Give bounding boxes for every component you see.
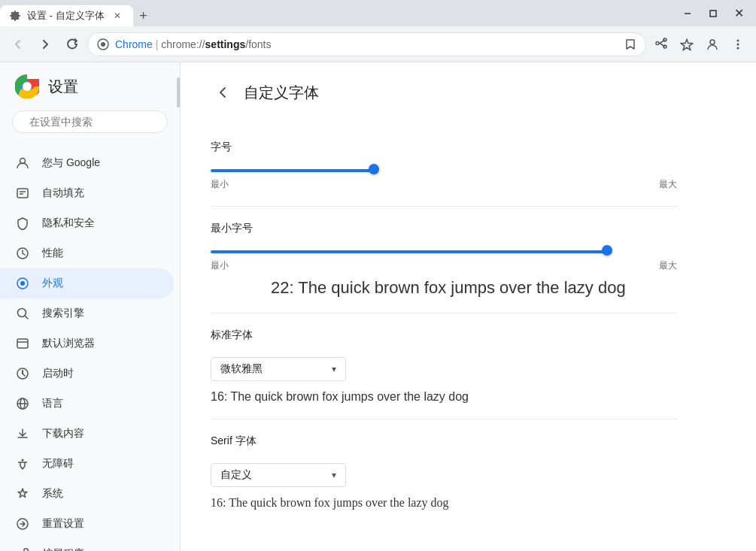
nav-label-privacy: 隐私和安全 [42, 216, 95, 230]
min-slider-thumb[interactable] [602, 245, 612, 256]
window-controls: ✕ [670, 0, 756, 26]
serif-select-arrow-icon: ▾ [332, 470, 336, 480]
search-container [0, 111, 180, 142]
sidebar-header: 设置 [0, 62, 180, 111]
sidebar-item-downloads[interactable]: 下载内容 [0, 419, 174, 449]
new-tab-button[interactable]: + [133, 5, 154, 26]
bookmark-icon[interactable] [624, 38, 636, 50]
maximize-button[interactable] [702, 2, 724, 25]
sidebar-title: 设置 [48, 77, 78, 97]
chrome-logo-icon [15, 74, 39, 98]
sidebar-item-reset[interactable]: 重置设置 [0, 509, 174, 539]
chrome-brand: Chrome [115, 38, 153, 50]
standard-font-section: 标准字体 微软雅黑 ▾ 16: The quick brown fox jump… [211, 313, 677, 419]
svg-point-9 [737, 43, 739, 45]
profile-button[interactable] [700, 32, 724, 56]
sidebar-nav: 您与 Google 自动填充 隐私和安全 性能 [0, 142, 180, 551]
appearance-icon [15, 276, 30, 291]
sidebar-item-autofill[interactable]: 自动填充 [0, 178, 174, 208]
nav-label-appearance: 外观 [42, 277, 63, 290]
sidebar-item-performance[interactable]: 性能 [0, 238, 174, 268]
sidebar-item-system[interactable]: 系统 [0, 479, 174, 509]
scroll-thumb [177, 77, 180, 107]
slider-thumb[interactable] [369, 164, 379, 174]
svg-rect-17 [17, 189, 28, 198]
browser-toolbar: Chrome | chrome://settings/fonts [0, 26, 756, 62]
reload-button[interactable] [60, 32, 84, 56]
tab-favicon [9, 10, 21, 22]
nav-label-accessibility: 无障碍 [42, 457, 74, 471]
sidebar-item-appearance[interactable]: 外观 [0, 268, 174, 298]
slider-min-label: 最小 [211, 178, 229, 191]
extensions-icon [15, 546, 30, 551]
address-bar[interactable]: Chrome | chrome://settings/fonts [87, 32, 646, 56]
sidebar-item-extensions[interactable]: 扩展程序 ↗ [0, 539, 174, 551]
nav-label-system: 系统 [42, 487, 63, 501]
svg-point-32 [22, 459, 24, 462]
active-tab[interactable]: 设置 - 自定义字体 ✕ [0, 5, 133, 26]
menu-button[interactable] [726, 32, 750, 56]
bookmark-star-button[interactable] [675, 32, 699, 56]
nav-label-extensions: 扩展程序 [42, 547, 84, 551]
select-arrow-icon: ▾ [332, 364, 336, 374]
language-icon [15, 396, 30, 411]
min-font-size-title: 最小字号 [211, 222, 677, 235]
nav-label-autofill: 自动填充 [42, 186, 84, 200]
main-container: 设置 您与 Google 自动 [0, 62, 756, 551]
slider-fill [211, 169, 374, 172]
svg-point-22 [20, 281, 25, 286]
svg-rect-25 [17, 339, 28, 348]
tab-title-text: 设置 - 自定义字体 [27, 9, 105, 23]
performance-icon [15, 246, 30, 261]
nav-label-google: 您与 Google [42, 156, 100, 170]
content-inner: 自定义字体 字号 最小 最大 最小字号 [181, 62, 707, 543]
share-button[interactable] [649, 32, 673, 56]
close-button[interactable]: ✕ [727, 2, 750, 25]
font-size-slider-labels: 最小 最大 [211, 178, 677, 191]
svg-point-6 [656, 41, 659, 44]
nav-label-search: 搜索引擎 [42, 307, 84, 320]
downloads-icon [15, 426, 30, 441]
startup-icon [15, 366, 30, 381]
svg-point-10 [737, 47, 739, 49]
page-header: 自定义字体 [211, 80, 677, 104]
tab-close-button[interactable]: ✕ [111, 9, 124, 23]
address-text: Chrome | chrome://settings/fonts [115, 38, 618, 50]
sidebar-item-browser[interactable]: 默认浏览器 [0, 328, 174, 359]
svg-point-7 [710, 40, 715, 44]
tab-bar: 设置 - 自定义字体 ✕ + [0, 0, 670, 26]
min-slider-fill [211, 250, 607, 253]
sidebar-item-google[interactable]: 您与 Google [0, 148, 174, 178]
back-button[interactable] [211, 80, 235, 104]
back-button[interactable] [6, 32, 30, 56]
svg-line-24 [26, 316, 29, 319]
nav-label-downloads: 下载内容 [42, 427, 84, 440]
search-box[interactable] [12, 111, 168, 133]
standard-font-selected: 微软雅黑 [220, 362, 263, 376]
sidebar-item-search[interactable]: 搜索引擎 [0, 298, 174, 328]
page-title: 自定义字体 [244, 83, 319, 103]
serif-font-select[interactable]: 自定义 ▾ [211, 463, 346, 487]
serif-font-section: Serif 字体 自定义 ▾ 16: The quick brown fox j… [211, 419, 677, 525]
sidebar-item-startup[interactable]: 启动时 [0, 359, 174, 389]
toolbar-right [649, 32, 750, 56]
sidebar-item-privacy[interactable]: 隐私和安全 [0, 208, 174, 238]
minimize-button[interactable] [676, 2, 699, 25]
svg-point-3 [101, 42, 105, 47]
nav-label-performance: 性能 [42, 247, 63, 260]
nav-label-startup: 启动时 [42, 367, 74, 380]
search-input[interactable] [29, 116, 161, 128]
sidebar-item-accessibility[interactable]: 无障碍 [0, 449, 174, 479]
forward-button[interactable] [33, 32, 57, 56]
autofill-icon [15, 186, 30, 201]
reset-icon [15, 516, 30, 531]
security-icon [97, 38, 109, 50]
svg-point-13 [23, 82, 32, 91]
sidebar-item-language[interactable]: 语言 [0, 389, 174, 419]
font-size-title: 字号 [211, 141, 677, 154]
standard-font-select[interactable]: 微软雅黑 ▾ [211, 357, 346, 381]
serif-font-preview: 16: The quick brown fox jumps over the l… [211, 496, 677, 510]
min-font-size-section: 最小字号 最小 最大 22: The quick brown fox jumps… [211, 207, 677, 313]
min-font-slider-labels: 最小 最大 [211, 259, 677, 272]
sidebar: 设置 您与 Google 自动 [0, 62, 181, 551]
